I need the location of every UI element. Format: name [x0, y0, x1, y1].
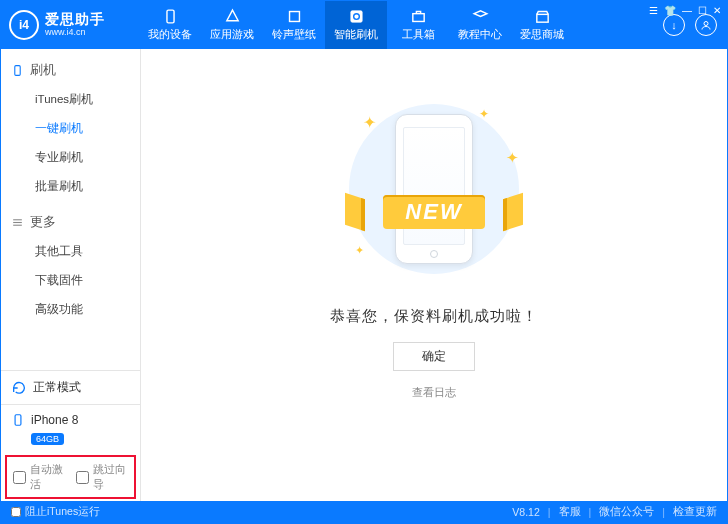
min-icon[interactable]: —	[682, 5, 692, 16]
mall-icon	[534, 8, 551, 25]
block-itunes-check[interactable]: 阻止iTunes运行	[11, 505, 100, 519]
user-icon[interactable]	[695, 14, 717, 36]
refresh-icon	[11, 380, 27, 396]
max-icon[interactable]: ☐	[698, 5, 707, 16]
toolbox-icon	[410, 8, 427, 25]
brand-title: 爱思助手	[45, 12, 105, 27]
support-link[interactable]: 客服	[559, 505, 581, 519]
tab-ringtones[interactable]: 铃声壁纸	[263, 1, 325, 49]
mode-label: 正常模式	[33, 379, 81, 396]
tab-label: 工具箱	[402, 27, 435, 42]
tab-label: 智能刷机	[334, 27, 378, 42]
sidebar-title: 刷机	[30, 61, 56, 79]
sidebar-item-onekey-flash[interactable]: 一键刷机	[1, 114, 140, 143]
top-tabs: 我的设备 应用游戏 铃声壁纸 智能刷机 工具箱 教程中心	[139, 1, 573, 49]
svg-rect-1	[289, 12, 299, 22]
tab-label: 教程中心	[458, 27, 502, 42]
skin-icon[interactable]: 👕	[664, 5, 676, 16]
mode-box[interactable]: 正常模式	[1, 370, 140, 404]
tab-mall[interactable]: 爱思商城	[511, 1, 573, 49]
success-message: 恭喜您，保资料刷机成功啦！	[330, 307, 538, 326]
sidebar-item-other-tools[interactable]: 其他工具	[1, 237, 140, 266]
svg-rect-2	[350, 11, 361, 22]
block-itunes-label: 阻止iTunes运行	[25, 505, 100, 519]
brand-logo: i4	[9, 10, 39, 40]
status-bar: 阻止iTunes运行 V8.12 | 客服 | 微信公众号 | 检查更新	[1, 501, 727, 523]
window-controls: ☰ 👕 — ☐ ✕	[649, 5, 721, 16]
skip-guide-label: 跳过向导	[93, 462, 129, 492]
options-highlight: 自动激活 跳过向导	[5, 455, 136, 499]
tab-my-device[interactable]: 我的设备	[139, 1, 201, 49]
version-label: V8.12	[512, 506, 539, 518]
svg-rect-6	[15, 65, 20, 75]
svg-rect-3	[412, 14, 423, 22]
tab-tutorial[interactable]: 教程中心	[449, 1, 511, 49]
tutorial-icon	[472, 8, 489, 25]
tab-toolbox[interactable]: 工具箱	[387, 1, 449, 49]
phone-icon	[11, 64, 24, 77]
sidebar-title: 更多	[30, 213, 56, 231]
device-name: iPhone 8	[31, 413, 78, 427]
wechat-link[interactable]: 微信公众号	[599, 505, 654, 519]
sidebar-item-pro-flash[interactable]: 专业刷机	[1, 143, 140, 172]
tab-label: 应用游戏	[210, 27, 254, 42]
sidebar-item-itunes-flash[interactable]: iTunes刷机	[1, 85, 140, 114]
tab-label: 我的设备	[148, 27, 192, 42]
svg-rect-10	[15, 415, 21, 426]
phone-icon	[11, 413, 25, 427]
tab-label: 爱思商城	[520, 27, 564, 42]
sparkle-icon: ✦	[479, 107, 489, 121]
title-bar: i4 爱思助手 www.i4.cn 我的设备 应用游戏 铃声壁纸 智能刷机	[1, 1, 727, 49]
close-icon[interactable]: ✕	[713, 5, 721, 16]
ringtone-icon	[286, 8, 303, 25]
sparkle-icon: ✦	[355, 244, 364, 257]
brand-url: www.i4.cn	[45, 28, 105, 38]
sidebar-item-batch-flash[interactable]: 批量刷机	[1, 172, 140, 201]
sidebar-section-more: 更多	[1, 207, 140, 237]
svg-rect-4	[536, 14, 547, 22]
new-ribbon: NEW	[349, 185, 519, 239]
download-icon[interactable]: ↓	[663, 14, 685, 36]
device-box[interactable]: iPhone 8 64GB	[1, 404, 140, 453]
sparkle-icon: ✦	[506, 149, 519, 167]
auto-activate-check[interactable]: 自动激活	[13, 462, 66, 492]
main-panel: ✦ ✦ ✦ ✦ NEW 恭喜您，保资料刷机成功啦！ 确定 查看日志	[141, 49, 727, 501]
device-icon	[162, 8, 179, 25]
sidebar-item-download-firmware[interactable]: 下载固件	[1, 266, 140, 295]
menu-icon[interactable]: ☰	[649, 5, 658, 16]
tab-flash[interactable]: 智能刷机	[325, 1, 387, 49]
device-capacity-badge: 64GB	[31, 433, 64, 445]
more-icon	[11, 216, 24, 229]
tab-apps[interactable]: 应用游戏	[201, 1, 263, 49]
view-log-link[interactable]: 查看日志	[412, 385, 456, 400]
apps-icon	[224, 8, 241, 25]
check-update-link[interactable]: 检查更新	[673, 505, 717, 519]
brand: i4 爱思助手 www.i4.cn	[9, 10, 139, 40]
ok-button[interactable]: 确定	[393, 342, 475, 371]
sidebar-section-flash: 刷机	[1, 55, 140, 85]
sparkle-icon: ✦	[363, 113, 376, 132]
svg-rect-0	[166, 10, 173, 23]
success-illustration: ✦ ✦ ✦ ✦ NEW	[329, 99, 539, 279]
sidebar-item-advanced[interactable]: 高级功能	[1, 295, 140, 324]
svg-point-5	[704, 22, 708, 26]
skip-guide-check[interactable]: 跳过向导	[76, 462, 129, 492]
tab-label: 铃声壁纸	[272, 27, 316, 42]
flash-icon	[348, 8, 365, 25]
auto-activate-label: 自动激活	[30, 462, 66, 492]
ribbon-text: NEW	[383, 195, 484, 229]
sidebar: 刷机 iTunes刷机 一键刷机 专业刷机 批量刷机 更多 其他工具 下载固件 …	[1, 49, 141, 501]
